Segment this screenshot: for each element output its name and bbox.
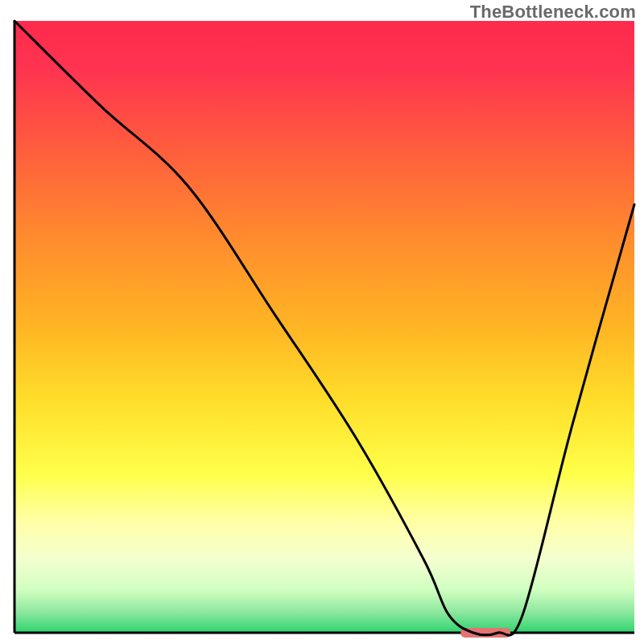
watermark-text: TheBottleneck.com — [470, 2, 636, 23]
chart-container: TheBottleneck.com — [0, 0, 644, 644]
bottleneck-chart — [0, 0, 644, 644]
